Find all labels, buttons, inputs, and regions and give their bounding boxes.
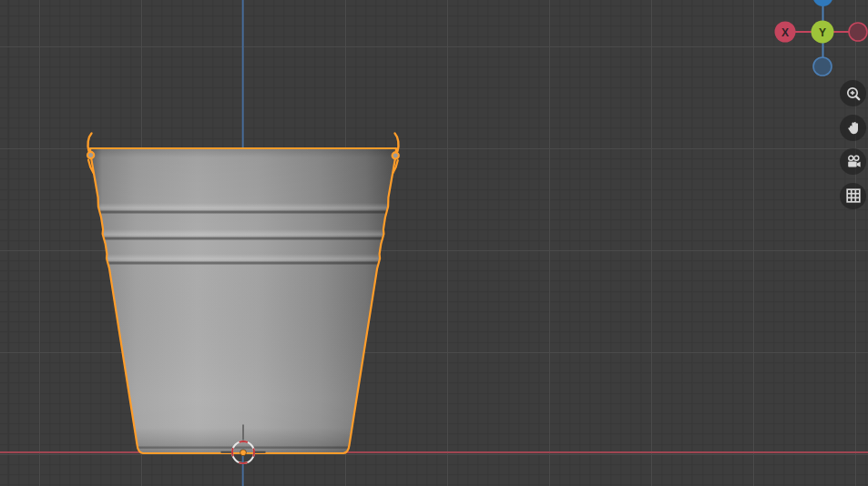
gizmo-y-label: Y [819, 26, 826, 39]
gizmo-axis-x-negative[interactable] [849, 23, 867, 41]
magnifier-plus-icon [845, 86, 862, 102]
bucket-object[interactable] [82, 0, 410, 486]
camera-icon [845, 154, 862, 170]
grid-ortho-button[interactable] [840, 183, 866, 209]
gizmo-axis-z-positive[interactable] [813, 0, 833, 6]
viewport-canvas [0, 0, 868, 486]
gizmo-x-label: X [781, 26, 789, 39]
zoom-button[interactable] [840, 80, 866, 106]
viewport-nav-toolbar [840, 80, 866, 209]
gizmo-axis-y-positive[interactable]: Y [812, 21, 834, 44]
grid-icon [845, 187, 862, 204]
navigation-gizmo[interactable]: X Y [765, 0, 868, 87]
hand-icon [845, 119, 862, 136]
pan-button[interactable] [840, 115, 866, 141]
viewport-3d[interactable]: X Y [0, 0, 868, 486]
object-origin-dot [240, 450, 247, 456]
gizmo-axis-z-negative[interactable] [813, 57, 832, 76]
camera-view-button[interactable] [840, 148, 866, 175]
gizmo-axis-x-positive[interactable]: X [775, 22, 796, 43]
